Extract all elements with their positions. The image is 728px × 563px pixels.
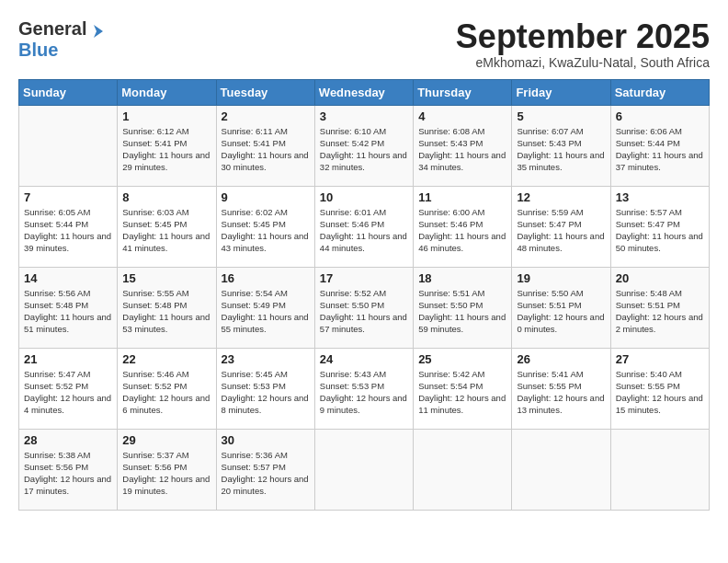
- daylight-text: Daylight: 11 hours and 44 minutes.: [320, 231, 407, 253]
- sunrise-text: Sunrise: 6:08 AM: [418, 126, 484, 136]
- sunrise-text: Sunrise: 6:10 AM: [320, 126, 386, 136]
- calendar-cell: 1 Sunrise: 6:12 AM Sunset: 5:41 PM Dayli…: [118, 105, 216, 186]
- daylight-text: Daylight: 12 hours and 2 minutes.: [616, 312, 703, 334]
- day-info: Sunrise: 5:59 AM Sunset: 5:47 PM Dayligh…: [517, 206, 605, 255]
- daylight-text: Daylight: 11 hours and 39 minutes.: [24, 231, 111, 253]
- day-info: Sunrise: 5:47 AM Sunset: 5:52 PM Dayligh…: [24, 368, 112, 417]
- sunset-text: Sunset: 5:45 PM: [222, 219, 286, 229]
- day-number: 30: [222, 433, 310, 447]
- sunrise-text: Sunrise: 5:54 AM: [222, 288, 288, 298]
- day-number: 5: [517, 109, 605, 123]
- day-info: Sunrise: 5:57 AM Sunset: 5:47 PM Dayligh…: [616, 206, 704, 255]
- sunset-text: Sunset: 5:41 PM: [122, 138, 187, 148]
- logo-text: General Blue: [18, 18, 107, 60]
- daylight-text: Daylight: 12 hours and 8 minutes.: [222, 393, 309, 415]
- sunrise-text: Sunrise: 5:37 AM: [122, 450, 188, 460]
- sunrise-text: Sunrise: 6:07 AM: [517, 126, 583, 136]
- day-number: 11: [418, 190, 506, 204]
- day-info: Sunrise: 6:11 AM Sunset: 5:41 PM Dayligh…: [222, 125, 310, 174]
- sunset-text: Sunset: 5:48 PM: [24, 300, 88, 310]
- calendar-cell: 11 Sunrise: 6:00 AM Sunset: 5:46 PM Dayl…: [414, 186, 512, 267]
- sunrise-text: Sunrise: 5:59 AM: [517, 207, 583, 217]
- day-number: 8: [122, 190, 210, 204]
- daylight-text: Daylight: 11 hours and 51 minutes.: [24, 312, 111, 334]
- calendar-header-tuesday: Tuesday: [216, 79, 314, 105]
- sunset-text: Sunset: 5:46 PM: [320, 219, 384, 229]
- sunset-text: Sunset: 5:54 PM: [418, 381, 483, 391]
- sunset-text: Sunset: 5:57 PM: [222, 462, 286, 472]
- sunset-text: Sunset: 5:47 PM: [616, 219, 680, 229]
- sunset-text: Sunset: 5:46 PM: [418, 219, 483, 229]
- day-number: 10: [320, 190, 408, 204]
- sunset-text: Sunset: 5:51 PM: [616, 300, 680, 310]
- calendar-cell: [610, 429, 709, 510]
- sunrise-text: Sunrise: 5:46 AM: [122, 369, 188, 379]
- sunset-text: Sunset: 5:53 PM: [222, 381, 286, 391]
- daylight-text: Daylight: 11 hours and 32 minutes.: [320, 150, 407, 172]
- day-number: 23: [222, 352, 310, 366]
- day-number: 1: [122, 109, 210, 123]
- day-info: Sunrise: 5:56 AM Sunset: 5:48 PM Dayligh…: [24, 287, 112, 336]
- calendar-header-friday: Friday: [512, 79, 610, 105]
- daylight-text: Daylight: 11 hours and 57 minutes.: [320, 312, 407, 334]
- sunrise-text: Sunrise: 5:40 AM: [616, 369, 682, 379]
- calendar-week-row: 1 Sunrise: 6:12 AM Sunset: 5:41 PM Dayli…: [19, 105, 710, 186]
- calendar-week-row: 21 Sunrise: 5:47 AM Sunset: 5:52 PM Dayl…: [19, 348, 710, 429]
- day-number: 6: [616, 109, 704, 123]
- sunset-text: Sunset: 5:52 PM: [24, 381, 88, 391]
- day-info: Sunrise: 6:10 AM Sunset: 5:42 PM Dayligh…: [320, 125, 408, 174]
- daylight-text: Daylight: 12 hours and 15 minutes.: [616, 393, 703, 415]
- calendar-header-sunday: Sunday: [19, 79, 118, 105]
- sunset-text: Sunset: 5:51 PM: [517, 300, 581, 310]
- day-number: 24: [320, 352, 408, 366]
- sunrise-text: Sunrise: 5:36 AM: [222, 450, 288, 460]
- day-info: Sunrise: 5:50 AM Sunset: 5:51 PM Dayligh…: [517, 287, 605, 336]
- daylight-text: Daylight: 12 hours and 19 minutes.: [122, 474, 210, 496]
- calendar-cell: 10 Sunrise: 6:01 AM Sunset: 5:46 PM Dayl…: [314, 186, 413, 267]
- day-info: Sunrise: 5:48 AM Sunset: 5:51 PM Dayligh…: [616, 287, 704, 336]
- calendar-cell: 7 Sunrise: 6:05 AM Sunset: 5:44 PM Dayli…: [19, 186, 118, 267]
- calendar-cell: 26 Sunrise: 5:41 AM Sunset: 5:55 PM Dayl…: [512, 348, 610, 429]
- sunrise-text: Sunrise: 5:57 AM: [616, 207, 682, 217]
- sunrise-text: Sunrise: 6:00 AM: [418, 207, 484, 217]
- day-info: Sunrise: 6:02 AM Sunset: 5:45 PM Dayligh…: [222, 206, 310, 255]
- daylight-text: Daylight: 11 hours and 35 minutes.: [517, 150, 604, 172]
- calendar-cell: [414, 429, 512, 510]
- day-info: Sunrise: 5:37 AM Sunset: 5:56 PM Dayligh…: [122, 449, 210, 498]
- calendar-cell: 17 Sunrise: 5:52 AM Sunset: 5:50 PM Dayl…: [314, 267, 413, 348]
- calendar-cell: 29 Sunrise: 5:37 AM Sunset: 5:56 PM Dayl…: [118, 429, 216, 510]
- calendar-table: SundayMondayTuesdayWednesdayThursdayFrid…: [18, 79, 710, 511]
- day-number: 13: [616, 190, 704, 204]
- sunrise-text: Sunrise: 5:42 AM: [418, 369, 484, 379]
- sunrise-text: Sunrise: 5:51 AM: [418, 288, 484, 298]
- daylight-text: Daylight: 11 hours and 29 minutes.: [122, 150, 210, 172]
- sunset-text: Sunset: 5:43 PM: [418, 138, 483, 148]
- logo: General Blue: [18, 18, 107, 60]
- sunset-text: Sunset: 5:55 PM: [616, 381, 680, 391]
- calendar-header-thursday: Thursday: [414, 79, 512, 105]
- day-info: Sunrise: 5:46 AM Sunset: 5:52 PM Dayligh…: [122, 368, 210, 417]
- daylight-text: Daylight: 11 hours and 46 minutes.: [418, 231, 506, 253]
- calendar-cell: 9 Sunrise: 6:02 AM Sunset: 5:45 PM Dayli…: [216, 186, 314, 267]
- logo-general: General: [18, 18, 86, 39]
- calendar-header-saturday: Saturday: [610, 79, 709, 105]
- day-number: 21: [24, 352, 112, 366]
- logo-blue: Blue: [18, 40, 58, 60]
- day-number: 2: [222, 109, 310, 123]
- sunset-text: Sunset: 5:42 PM: [320, 138, 384, 148]
- day-number: 9: [222, 190, 310, 204]
- daylight-text: Daylight: 12 hours and 11 minutes.: [418, 393, 506, 415]
- day-number: 20: [616, 271, 704, 285]
- day-number: 14: [24, 271, 112, 285]
- sunrise-text: Sunrise: 5:48 AM: [616, 288, 682, 298]
- sunset-text: Sunset: 5:50 PM: [320, 300, 384, 310]
- day-info: Sunrise: 5:41 AM Sunset: 5:55 PM Dayligh…: [517, 368, 605, 417]
- sunset-text: Sunset: 5:56 PM: [122, 462, 187, 472]
- sunset-text: Sunset: 5:43 PM: [517, 138, 581, 148]
- sunrise-text: Sunrise: 6:11 AM: [222, 126, 288, 136]
- day-info: Sunrise: 6:08 AM Sunset: 5:43 PM Dayligh…: [418, 125, 506, 174]
- calendar-cell: 4 Sunrise: 6:08 AM Sunset: 5:43 PM Dayli…: [414, 105, 512, 186]
- sunrise-text: Sunrise: 6:06 AM: [616, 126, 682, 136]
- page-header: General Blue September 2025 eMkhomazi, K…: [18, 18, 710, 70]
- day-number: 3: [320, 109, 408, 123]
